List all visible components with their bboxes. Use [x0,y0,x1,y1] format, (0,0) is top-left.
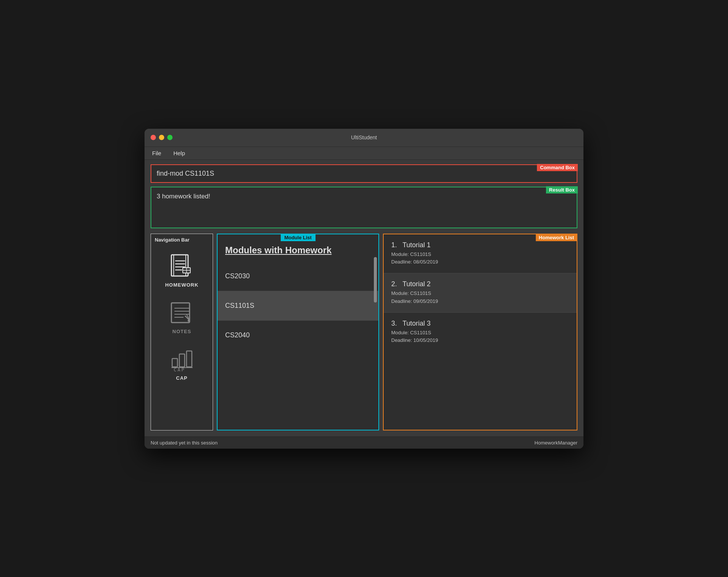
homework-title-3: 3. Tutorial 3 [391,320,569,327]
cap-icon: CAP [168,346,196,373]
nav-notes-label: NOTES [173,329,191,334]
homework-icon [168,253,196,280]
module-list: Module List Modules with Homework CS2030… [217,234,379,430]
module-item-cs2040[interactable]: CS2040 [218,321,378,350]
homework-detail-3: Module: CS1101S Deadline: 10/05/2019 [391,329,569,345]
homework-detail-1: Module: CS1101S Deadline: 08/05/2019 [391,251,569,267]
homework-list: Homework List 1. Tutorial 1 Module: CS11… [383,234,577,430]
svg-rect-17 [172,359,177,367]
navigation-bar: Navigation Bar HOMEWORK [151,234,213,430]
homework-title-2: 2. Tutorial 2 [391,280,569,288]
svg-rect-9 [171,303,190,323]
status-right: HomeworkManager [535,440,577,446]
title-bar: UltiStudent [145,129,583,147]
homework-item-2[interactable]: 2. Tutorial 2 Module: CS1101S Deadline: … [384,273,577,313]
main-content: Command Box Result Box 3 homework listed… [145,160,583,437]
homework-list-label: Homework List [536,234,577,241]
nav-bar-label: Navigation Bar [153,237,190,243]
notes-icon [168,299,196,326]
homework-item-3[interactable]: 3. Tutorial 3 Module: CS1101S Deadline: … [384,313,577,352]
nav-item-homework[interactable]: HOMEWORK [153,246,210,292]
module-item-cs1101s[interactable]: CS1101S [218,291,378,321]
nav-item-notes[interactable]: NOTES [153,292,210,339]
status-bar: Not updated yet in this session Homework… [145,437,583,449]
homework-title-1: 1. Tutorial 1 [391,241,569,249]
result-box-wrapper: Result Box 3 homework listed! [151,187,577,228]
svg-text:CAP: CAP [174,367,185,373]
result-text: 3 homework listed! [157,193,210,200]
minimize-button[interactable] [159,135,164,140]
command-input[interactable] [151,164,577,183]
command-box-label: Command Box [537,164,578,171]
homework-detail-2: Module: CS1101S Deadline: 09/05/2019 [391,290,569,306]
window-controls [151,135,173,140]
command-box-wrapper: Command Box [151,164,577,183]
result-box-label: Result Box [546,186,578,193]
menu-bar: File Help [145,147,583,160]
window-title: UltiStudent [351,134,377,140]
svg-rect-18 [179,354,185,367]
menu-help[interactable]: Help [170,148,188,158]
module-list-scrollbar[interactable] [374,257,377,303]
panels: Navigation Bar HOMEWORK [151,234,577,430]
module-items: CS2030 CS1101S CS2040 [218,262,378,350]
menu-file[interactable]: File [149,148,164,158]
close-button[interactable] [151,135,156,140]
nav-cap-label: CAP [176,375,187,381]
nav-homework-label: HOMEWORK [165,282,198,288]
status-left: Not updated yet in this session [151,440,218,446]
svg-point-16 [188,320,190,322]
nav-item-cap[interactable]: CAP CAP [153,339,210,385]
module-list-label: Module List [280,234,315,241]
result-box: 3 homework listed! [151,187,577,228]
maximize-button[interactable] [167,135,173,140]
app-window: UltiStudent File Help Command Box Result… [145,129,583,449]
module-item-cs2030[interactable]: CS2030 [218,262,378,291]
svg-rect-19 [187,351,192,367]
